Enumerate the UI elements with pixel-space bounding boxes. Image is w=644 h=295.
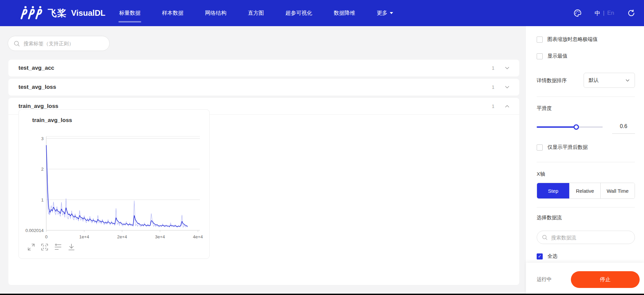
divider	[537, 207, 635, 208]
restore-scale-icon[interactable]	[41, 243, 49, 251]
refresh-icon[interactable]	[627, 9, 636, 17]
sort-select[interactable]: 默认	[584, 73, 635, 88]
y-tick-label: 2	[41, 167, 44, 172]
x-tick-label: 2e+4	[117, 234, 127, 239]
slider-fill	[537, 126, 576, 128]
paddlepaddle-logo-icon	[19, 6, 44, 20]
theme-palette-icon[interactable]	[573, 9, 582, 17]
chevron-down-icon	[625, 78, 630, 83]
settings-sidebar: 图表缩放时忽略极端值 显示最值 详情数据排序 默认 平滑度 仅显示平滑后数据 X…	[526, 26, 644, 295]
checkbox-label: 图表缩放时忽略极端值	[547, 36, 598, 43]
checkbox-icon[interactable]: ✓	[537, 253, 543, 259]
panel-train-avg-loss: train_avg_loss 1 3210.00201401e+42e+43e+…	[8, 98, 519, 285]
brand[interactable]: 飞桨 VisualDL	[19, 0, 105, 26]
smoothed-only-checkbox[interactable]: 仅显示平滑后数据	[537, 144, 635, 151]
tag-search-input[interactable]	[23, 41, 104, 46]
panel-count-badge: 1	[492, 104, 494, 109]
tab-label: 标量数据	[119, 10, 141, 17]
show-extrema-checkbox[interactable]: 显示最值	[537, 53, 635, 59]
tab-sample[interactable]: 样本数据	[162, 0, 183, 26]
brand-name-cn: 飞桨	[48, 7, 67, 19]
chart-card: 3210.00201401e+42e+43e+44e+4 train_avg_l…	[18, 109, 210, 259]
chart-title: train_avg_loss	[32, 117, 72, 124]
chart-toolbar	[27, 243, 75, 251]
fullscreen-icon[interactable]	[27, 243, 35, 251]
divider	[537, 97, 635, 97]
smoothing-label: 平滑度	[537, 105, 635, 112]
checkbox-label: 显示最值	[547, 53, 568, 59]
tag-search	[8, 36, 110, 51]
tab-label: 超参可视化	[285, 10, 312, 17]
panel-title: test_avg_acc	[18, 65, 54, 71]
xaxis-label: X轴	[537, 171, 635, 177]
run-status: 运行中	[537, 276, 552, 283]
navbar-right: 中 | En	[573, 0, 636, 26]
smoothing-slider[interactable]	[537, 126, 603, 128]
tab-scalar[interactable]: 标量数据	[119, 0, 141, 26]
lang-en[interactable]: En	[607, 10, 614, 16]
panel-test-avg-loss: test_avg_loss 1	[8, 79, 519, 96]
tab-label: 样本数据	[162, 10, 183, 17]
xaxis-segmented-control: StepRelativeWall Time	[537, 183, 635, 199]
ignore-outliers-checkbox[interactable]: 图表缩放时忽略极端值	[537, 36, 635, 43]
select-all-checkbox[interactable]: ✓ 全选	[537, 253, 635, 259]
tab-graph[interactable]: 网络结构	[205, 0, 226, 26]
x-tick-label: 1e+4	[79, 234, 89, 239]
tab-label: 更多	[377, 10, 387, 17]
download-icon[interactable]	[67, 243, 75, 251]
y-tick-label: 1	[41, 197, 44, 202]
xaxis-option-step[interactable]: Step	[537, 183, 569, 198]
tab-histogram[interactable]: 直方图	[248, 0, 264, 26]
y-tick-label: 0.002014	[25, 228, 44, 233]
panel-header[interactable]: test_avg_loss 1	[8, 79, 519, 96]
screen-bottom-edge	[0, 294, 644, 295]
navbar: 飞桨 VisualDL 标量数据样本数据网络结构直方图超参可视化数据降维更多 中…	[0, 0, 644, 26]
lang-zh[interactable]: 中	[595, 9, 600, 17]
chevron-up-icon[interactable]	[504, 104, 510, 109]
search-icon	[542, 234, 548, 240]
language-switch[interactable]: 中 | En	[595, 9, 614, 17]
tab-hyper-parameter[interactable]: 超参可视化	[285, 0, 312, 26]
xaxis-option-wall-time[interactable]: Wall Time	[600, 183, 635, 198]
smoothing-value-input[interactable]	[612, 119, 635, 134]
checkbox-label: 全选	[547, 253, 557, 259]
checkbox-label: 仅显示平滑后数据	[547, 144, 588, 151]
lang-divider: |	[603, 10, 604, 16]
series-smoothed-line	[46, 145, 188, 227]
checkbox-icon[interactable]	[537, 37, 543, 43]
data-list-icon[interactable]	[54, 243, 62, 251]
checkbox-icon[interactable]	[537, 144, 543, 151]
panel-title: test_avg_loss	[18, 84, 56, 91]
sidebar-footer: 运行中 停止	[526, 263, 644, 295]
runs-search	[537, 231, 635, 244]
runs-search-input[interactable]	[551, 235, 630, 240]
panel-header[interactable]: test_avg_acc 1	[8, 60, 519, 76]
stop-button[interactable]: 停止	[571, 271, 640, 288]
panel-title: train_avg_loss	[18, 103, 58, 110]
loss-chart-svg[interactable]: 3210.00201401e+42e+43e+44e+4	[19, 110, 210, 259]
smoothing-slider-row	[537, 124, 635, 131]
divider	[537, 162, 635, 162]
slider-thumb[interactable]	[574, 124, 579, 130]
checkbox-icon[interactable]	[537, 53, 543, 59]
panel-test-avg-acc: test_avg_acc 1	[8, 60, 519, 76]
tab-label: 数据降维	[334, 10, 355, 17]
tab-label: 直方图	[248, 10, 264, 17]
series-raw-line	[46, 145, 188, 227]
nav-tabs: 标量数据样本数据网络结构直方图超参可视化数据降维更多	[119, 0, 393, 26]
tab-more[interactable]: 更多	[377, 0, 393, 26]
brand-name-product: VisualDL	[71, 8, 105, 18]
y-tick-label: 3	[41, 136, 44, 141]
x-tick-label: 4e+4	[193, 234, 203, 239]
x-tick-label: 0	[45, 234, 47, 239]
xaxis-option-relative[interactable]: Relative	[569, 183, 600, 198]
panel-count-badge: 1	[492, 84, 494, 90]
chevron-down-icon[interactable]	[504, 84, 510, 90]
tab-label: 网络结构	[205, 10, 226, 17]
panel-count-badge: 1	[492, 65, 494, 71]
chevron-down-icon[interactable]	[504, 65, 510, 71]
search-icon	[13, 40, 20, 47]
caret-down-icon	[390, 12, 393, 14]
runs-search-row	[537, 231, 635, 244]
tab-high-dimensional[interactable]: 数据降维	[334, 0, 355, 26]
